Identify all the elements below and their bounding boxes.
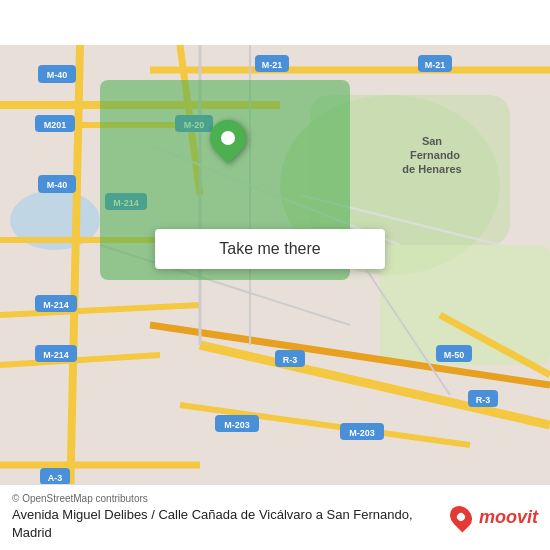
attribution-text: © OpenStreetMap contributors (12, 493, 441, 504)
svg-text:M-214: M-214 (43, 350, 69, 360)
svg-text:M-21: M-21 (262, 60, 283, 70)
svg-text:M-40: M-40 (47, 70, 68, 80)
moovit-pin-icon (445, 502, 476, 533)
moovit-pin-inner (455, 512, 466, 523)
address-text: Avenida Miguel Delibes / Calle Cañada de… (12, 506, 441, 542)
moovit-label: moovit (479, 507, 538, 528)
svg-text:de Henares: de Henares (402, 163, 461, 175)
pin-circle (203, 113, 254, 164)
svg-text:M-203: M-203 (224, 420, 250, 430)
svg-text:R-3: R-3 (283, 355, 298, 365)
svg-text:San: San (422, 135, 442, 147)
svg-text:M-50: M-50 (444, 350, 465, 360)
map-container: M-40 M-40 M-21 M-21 M201 M-20 M-214 M-21… (0, 0, 550, 550)
svg-text:M-40: M-40 (47, 180, 68, 190)
bottom-bar: © OpenStreetMap contributors Avenida Mig… (0, 484, 550, 550)
svg-text:M-214: M-214 (43, 300, 69, 310)
svg-text:M-21: M-21 (425, 60, 446, 70)
take-me-there-button[interactable]: Take me there (155, 229, 385, 269)
pin-inner (221, 131, 235, 145)
moovit-logo[interactable]: moovit (451, 505, 538, 529)
svg-text:Fernando: Fernando (410, 149, 460, 161)
svg-text:M-203: M-203 (349, 428, 375, 438)
svg-text:A-3: A-3 (48, 473, 63, 483)
bottom-left: © OpenStreetMap contributors Avenida Mig… (12, 493, 441, 542)
svg-text:M201: M201 (44, 120, 67, 130)
location-pin (210, 120, 246, 156)
svg-text:R-3: R-3 (476, 395, 491, 405)
